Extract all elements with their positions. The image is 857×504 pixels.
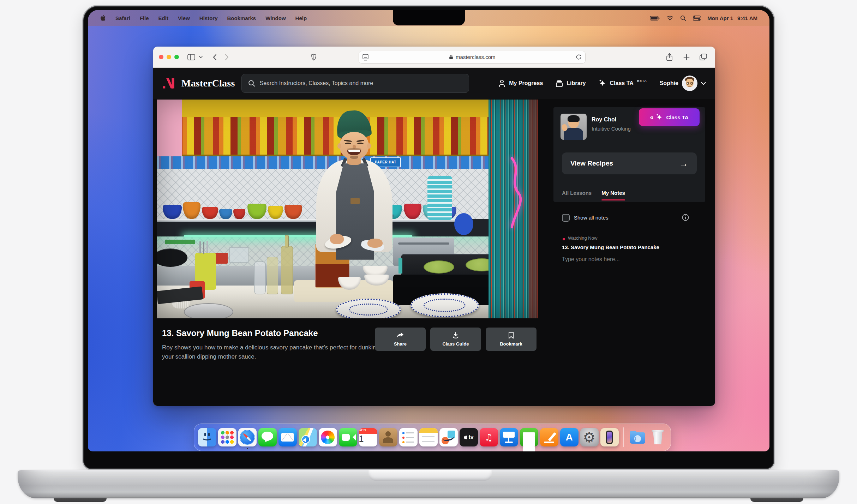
notes-input[interactable] [562, 256, 696, 277]
instructor-name: Roy Choi [592, 116, 616, 123]
control-center-icon[interactable] [693, 16, 701, 21]
share-icon[interactable] [664, 51, 676, 63]
sidebar-icon[interactable] [185, 51, 197, 63]
tab-my-notes[interactable]: My Notes [601, 190, 625, 196]
class-guide-button[interactable]: Class Guide [430, 328, 481, 351]
user-name: Sophie [660, 80, 678, 86]
browser-toolbar: masterclass.com [153, 47, 715, 68]
dock-icon-keynote[interactable] [500, 428, 518, 446]
menu-item-window[interactable]: Window [265, 15, 286, 21]
tab-all-lessons[interactable]: All Lessons [562, 190, 592, 196]
share-label: Share [394, 341, 407, 347]
dock-icon-pages[interactable] [540, 428, 558, 446]
dock-icon-music[interactable]: ♫ [480, 428, 498, 446]
menu-item-view[interactable]: View [178, 15, 190, 21]
dock-icon-messages[interactable] [258, 428, 277, 446]
dock-icon-trash[interactable] [649, 428, 667, 446]
dock-icon-appstore[interactable]: A [560, 428, 579, 446]
dock-icon-appletv[interactable]: tv [460, 428, 478, 446]
new-tab-icon[interactable] [681, 51, 693, 63]
dock-icon-mail[interactable] [278, 428, 297, 446]
safari-window: masterclass.com [153, 47, 715, 406]
menu-item-history[interactable]: History [199, 15, 218, 21]
dock-icon-notes[interactable] [419, 428, 438, 446]
menu-item-file[interactable]: File [140, 15, 149, 21]
user-avatar [682, 76, 697, 91]
minimize-window-button[interactable] [167, 55, 171, 59]
bookmark-button[interactable]: Bookmark [486, 328, 537, 351]
lid-scoop [368, 470, 492, 481]
sparkle-icon [656, 114, 663, 121]
nav-my-progress[interactable]: My Progress [498, 79, 543, 87]
info-icon[interactable] [682, 214, 689, 221]
class-ta-button[interactable]: « Class TA [639, 108, 700, 126]
brand-wordmark: MasterClass [181, 78, 235, 89]
dock-icon-reminders[interactable] [399, 428, 418, 446]
menu-time: 9:41 AM [737, 15, 757, 21]
menu-item-safari[interactable]: Safari [115, 15, 130, 21]
dock-icon-launchpad[interactable] [218, 428, 236, 446]
dock: APR1tv♫A⚙↓ [194, 424, 671, 451]
screen: Safari File Edit View History Bookmarks … [88, 10, 769, 451]
zoom-window-button[interactable] [174, 55, 179, 59]
apple-menu-icon[interactable] [100, 14, 106, 22]
nav-class-ta-label: Class TA [610, 80, 634, 86]
chevron-down-icon[interactable] [197, 51, 204, 63]
watching-now-label: Watching Now [568, 235, 597, 241]
menu-item-bookmarks[interactable]: Bookmarks [227, 15, 256, 21]
dock-icon-calendar[interactable]: APR1 [359, 428, 377, 446]
address-bar[interactable]: masterclass.com [359, 51, 586, 64]
arrow-right-icon: → [679, 158, 688, 169]
macbook-lid: Safari File Edit View History Bookmarks … [82, 5, 775, 470]
tab-overview-icon[interactable] [697, 51, 709, 63]
lesson-video[interactable]: PAPER HAT [157, 100, 538, 318]
site-header: MasterClass [153, 68, 715, 99]
forward-icon[interactable] [221, 51, 233, 63]
chevron-down-icon [701, 82, 706, 85]
dock-icon-settings[interactable]: ⚙ [580, 428, 599, 446]
spotlight-icon[interactable] [680, 15, 686, 21]
reader-icon[interactable] [362, 54, 368, 61]
site-search[interactable] [241, 74, 469, 93]
dock-icon-finder[interactable] [198, 428, 216, 446]
shield-icon[interactable] [308, 51, 320, 63]
watching-now-dot [563, 238, 565, 240]
dock-icon-iphone[interactable] [600, 428, 619, 446]
account-menu[interactable]: Sophie [660, 76, 706, 91]
back-icon[interactable] [209, 51, 221, 63]
show-all-notes-checkbox[interactable] [562, 214, 570, 222]
share-button[interactable]: Share [375, 328, 426, 351]
dock-icon-downloads[interactable]: ↓ [629, 428, 647, 446]
masterclass-logo-mark [162, 77, 177, 90]
macbook-base [18, 470, 839, 498]
share-arrow-icon [396, 332, 404, 339]
menu-item-edit[interactable]: Edit [158, 15, 168, 21]
battery-icon[interactable] [650, 16, 660, 20]
class-guide-label: Class Guide [442, 341, 469, 347]
close-window-button[interactable] [159, 55, 163, 59]
instructor-class-title: Intuitive Cooking [592, 126, 631, 132]
reload-icon[interactable] [576, 54, 582, 60]
download-icon [452, 332, 459, 339]
collapse-icon: « [650, 114, 653, 121]
search-input[interactable] [260, 80, 462, 86]
dock-icon-photos[interactable] [319, 428, 337, 446]
nav-my-progress-label: My Progress [509, 80, 543, 86]
masterclass-logo[interactable]: MasterClass [162, 77, 235, 90]
dock-icon-freeform[interactable] [439, 428, 458, 446]
nav-class-ta[interactable]: Class TA BETA [599, 79, 647, 87]
dock-icon-safari[interactable] [238, 428, 257, 446]
lesson-description: Roy shows you how to make a delicious sa… [162, 343, 388, 362]
dock-icon-maps[interactable] [299, 428, 317, 446]
menu-clock[interactable]: Mon Apr 1 9:41 AM [707, 15, 757, 21]
view-recipes-button[interactable]: View Recipes → [562, 152, 697, 174]
dock-icon-contacts[interactable] [379, 428, 397, 446]
class-ta-button-label: Class TA [666, 114, 688, 120]
sidebar-tabs: All Lessons My Notes [562, 190, 625, 196]
dock-icon-numbers[interactable] [520, 428, 538, 446]
nav-library[interactable]: Library [556, 80, 586, 87]
dock-icon-facetime[interactable] [339, 428, 357, 446]
library-icon [556, 80, 563, 87]
menu-item-help[interactable]: Help [295, 15, 307, 21]
wifi-icon[interactable] [666, 16, 673, 21]
